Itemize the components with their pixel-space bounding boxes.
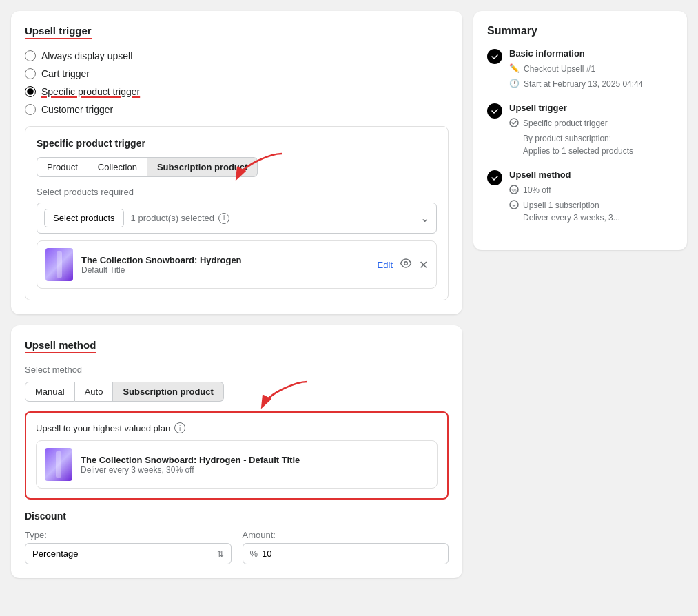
upsell-method-title: Upsell method bbox=[25, 339, 96, 353]
info-icon[interactable]: i bbox=[218, 213, 229, 224]
clock-icon: 🕐 bbox=[509, 79, 520, 88]
type-select[interactable]: Percentage Fixed amount None bbox=[32, 548, 217, 559]
summary-card: Summary Basic information ✏️ Checkout Up… bbox=[473, 11, 687, 250]
selected-product-item: The Collection Snowboard: Hydrogen Defau… bbox=[37, 240, 437, 289]
plan-product-name: The Collection Snowboard: Hydrogen - Def… bbox=[81, 455, 300, 465]
radio-always[interactable]: Always display upsell bbox=[25, 50, 449, 61]
summary-trigger: Upsell trigger Specific product trigger … bbox=[487, 103, 673, 160]
products-required-label: Select products required bbox=[37, 187, 437, 197]
upsell-plan-box: Upsell to your highest valued plan i The… bbox=[25, 411, 449, 500]
method-content: Upsell method % 10% off bbox=[509, 170, 673, 227]
upsell-method-card: Upsell method Select method Manual Auto … bbox=[11, 325, 462, 578]
tab-manual[interactable]: Manual bbox=[25, 382, 75, 402]
eye-icon[interactable] bbox=[400, 257, 412, 272]
specific-trigger-section-title: Specific product trigger bbox=[37, 138, 437, 149]
method-summary-title: Upsell method bbox=[509, 170, 673, 180]
edit-product-link[interactable]: Edit bbox=[378, 260, 393, 270]
svg-text:%: % bbox=[511, 187, 516, 194]
method-tab-area: Manual Auto Subscription product bbox=[25, 382, 449, 402]
basic-info-content: Basic information ✏️ Checkout Upsell #1 … bbox=[509, 48, 673, 93]
tag-icon: % bbox=[509, 185, 519, 196]
product-name: The Collection Snowboard: Hydrogen bbox=[81, 255, 369, 265]
trigger-tab-group: Product Collection Subscription product bbox=[37, 157, 437, 177]
radio-always-label: Always display upsell bbox=[41, 50, 132, 61]
svg-point-1 bbox=[404, 262, 408, 265]
plan-product-subtitle: Deliver every 3 weeks, 30% off bbox=[81, 465, 300, 475]
tab-auto[interactable]: Auto bbox=[75, 382, 114, 402]
trigger-content: Upsell trigger Specific product trigger … bbox=[509, 103, 673, 160]
radio-customer-label: Customer trigger bbox=[41, 104, 113, 115]
plan-product-item: The Collection Snowboard: Hydrogen - Def… bbox=[36, 440, 438, 489]
selected-count: 1 product(s) selected i bbox=[131, 213, 229, 224]
summary-method: Upsell method % 10% off bbox=[487, 170, 673, 227]
radio-specific[interactable]: Specific product trigger bbox=[25, 86, 449, 97]
summary-checkout-item: ✏️ Checkout Upsell #1 bbox=[509, 63, 673, 75]
specific-trigger-text: Specific product trigger bbox=[523, 117, 608, 130]
radio-specific-input[interactable] bbox=[25, 86, 36, 97]
radio-always-input[interactable] bbox=[25, 50, 36, 61]
pencil-icon: ✏️ bbox=[509, 63, 520, 73]
tab-collection[interactable]: Collection bbox=[88, 157, 147, 177]
check-small-icon bbox=[509, 118, 519, 130]
amount-prefix: % bbox=[250, 548, 258, 559]
discount-type-field: Type: Percentage Fixed amount None ⇅ bbox=[25, 530, 232, 564]
discount-section: Discount Type: Percentage Fixed amount N… bbox=[25, 511, 449, 564]
type-label: Type: bbox=[25, 530, 232, 540]
basic-info-title: Basic information bbox=[509, 48, 673, 59]
select-method-label: Select method bbox=[25, 365, 449, 375]
summary-sidebar: Summary Basic information ✏️ Checkout Up… bbox=[473, 11, 687, 605]
upsell-plan-label: Upsell to your highest valued plan i bbox=[36, 422, 438, 433]
discount-row: Type: Percentage Fixed amount None ⇅ Amo… bbox=[25, 530, 449, 564]
summary-applies-item: By product subscription:Applies to 1 sel… bbox=[509, 132, 673, 157]
trigger-check bbox=[487, 103, 502, 119]
summary-date-item: 🕐 Start at February 13, 2025 04:44 bbox=[509, 78, 673, 90]
radio-cart-input[interactable] bbox=[25, 68, 36, 79]
selected-count-text: 1 product(s) selected bbox=[131, 213, 214, 223]
trigger-radio-group: Always display upsell Cart trigger Speci… bbox=[25, 50, 449, 115]
product-actions: Edit ✕ bbox=[378, 257, 428, 272]
product-subtitle: Default Title bbox=[81, 265, 369, 275]
summary-basic-info: Basic information ✏️ Checkout Upsell #1 … bbox=[487, 48, 673, 93]
discount-amount-field: Amount: % bbox=[243, 530, 449, 564]
radio-cart[interactable]: Cart trigger bbox=[25, 68, 449, 79]
product-thumbnail bbox=[45, 248, 73, 281]
plan-product-thumbnail bbox=[45, 448, 72, 481]
radio-customer-input[interactable] bbox=[25, 104, 36, 115]
discount-title: Discount bbox=[25, 511, 449, 522]
product-info: The Collection Snowboard: Hydrogen Defau… bbox=[81, 255, 369, 275]
start-date: Start at February 13, 2025 04:44 bbox=[524, 78, 643, 90]
plan-info-icon[interactable]: i bbox=[174, 422, 185, 433]
discount-summary-text: 10% off bbox=[523, 184, 551, 196]
summary-title: Summary bbox=[487, 25, 673, 37]
upsell-trigger-card: Upsell trigger Always display upsell Car… bbox=[11, 11, 462, 314]
amount-input[interactable] bbox=[262, 548, 441, 559]
applies-text: By product subscription:Applies to 1 sel… bbox=[523, 132, 633, 157]
type-select-wrapper: Percentage Fixed amount None ⇅ bbox=[25, 543, 232, 564]
subscription-summary-text: Upsell 1 subscriptionDeliver every 3 wee… bbox=[523, 199, 620, 224]
refresh-icon bbox=[509, 200, 519, 212]
method-check bbox=[487, 170, 502, 185]
close-icon[interactable]: ✕ bbox=[419, 258, 428, 271]
select-products-left: Select products 1 product(s) selected i bbox=[44, 209, 229, 227]
summary-discount-item: % 10% off bbox=[509, 184, 673, 196]
radio-cart-label: Cart trigger bbox=[41, 68, 90, 79]
trigger-tab-area: Product Collection Subscription product bbox=[37, 157, 437, 187]
upsell-plan-label-text: Upsell to your highest valued plan bbox=[36, 423, 170, 433]
radio-customer[interactable]: Customer trigger bbox=[25, 104, 449, 115]
tab-subscription-product[interactable]: Subscription product bbox=[147, 157, 258, 177]
tab-method-subscription-product[interactable]: Subscription product bbox=[113, 382, 223, 402]
upsell-trigger-title: Upsell trigger bbox=[25, 25, 92, 39]
select-products-button[interactable]: Select products bbox=[44, 209, 124, 227]
chevron-down-icon: ⌄ bbox=[420, 212, 429, 225]
specific-product-trigger-section: Specific product trigger Product Collect… bbox=[25, 126, 449, 300]
svg-point-6 bbox=[510, 201, 518, 209]
amount-label: Amount: bbox=[243, 530, 449, 540]
summary-subscription-item: Upsell 1 subscriptionDeliver every 3 wee… bbox=[509, 199, 673, 224]
trigger-summary-title: Upsell trigger bbox=[509, 103, 673, 113]
amount-input-wrapper: % bbox=[243, 543, 449, 564]
tab-product[interactable]: Product bbox=[37, 157, 88, 177]
select-products-row: Select products 1 product(s) selected i … bbox=[37, 203, 437, 234]
basic-info-check bbox=[487, 49, 502, 64]
plan-product-info: The Collection Snowboard: Hydrogen - Def… bbox=[81, 455, 300, 475]
radio-specific-label: Specific product trigger bbox=[41, 86, 140, 97]
